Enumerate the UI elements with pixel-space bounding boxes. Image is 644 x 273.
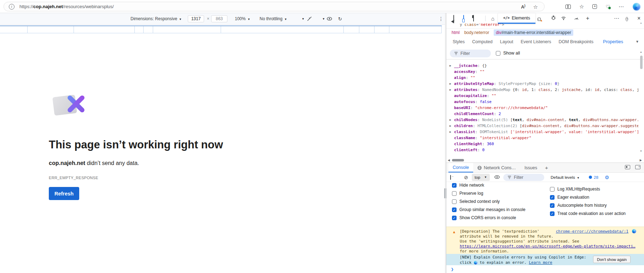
warning-doc-link[interactable]: https://learn.microsoft.com/en-us/micros… [460, 244, 636, 249]
scroll-left-icon[interactable]: ◀ [448, 159, 450, 162]
property-row[interactable]: ▶__jstcache: {} [446, 63, 638, 69]
property-row[interactable]: align: "" [446, 75, 638, 81]
console-setting-treat-code-evaluation-as-user-action[interactable]: ✓Treat code evaluation as user action [550, 211, 626, 216]
checkbox-checked-icon[interactable]: ✓ [550, 203, 555, 208]
checkbox-checked-icon[interactable]: ✓ [550, 211, 555, 216]
warning-source-link[interactable]: chrome-error://chromewebdata/:1 [556, 229, 628, 234]
console-prompt-icon[interactable]: ❯ [451, 267, 454, 272]
horizontal-scroll-thumb[interactable] [452, 159, 464, 161]
property-row[interactable]: childElementCount: 2 [446, 111, 638, 117]
properties-filter-input[interactable]: Filter [450, 50, 491, 57]
scroll-up-icon[interactable]: ▲ [640, 51, 642, 53]
console-sidebar-icon[interactable] [450, 175, 451, 180]
breadcrumb-body[interactable]: body.neterror [464, 30, 489, 35]
properties-vertical-scrollbar[interactable]: ▲ ▼ [639, 50, 643, 156]
expand-arrow-icon[interactable]: ▶ [449, 123, 451, 129]
width-input[interactable]: 1317 [188, 15, 204, 22]
dock-side-icon[interactable] [473, 15, 474, 22]
copilot-icon[interactable] [633, 3, 640, 11]
add-tab-icon[interactable]: + [586, 15, 589, 22]
chevron-down-icon[interactable]: ▼ [636, 40, 639, 44]
collections-icon[interactable]: + [592, 4, 597, 9]
tab-network-console[interactable]: Network Cons… [473, 163, 520, 172]
tab-console[interactable]: Console [448, 163, 473, 172]
tab-computed[interactable]: Computed [472, 39, 493, 44]
height-input[interactable]: 863 [211, 15, 227, 22]
device-toolbar-more-icon[interactable]: ⋮ [439, 16, 443, 22]
inspect-element-icon[interactable] [453, 15, 454, 22]
devtools-more-icon[interactable]: ⋯ [614, 15, 620, 22]
property-row[interactable]: clientHeight: 360 [446, 141, 638, 147]
expand-arrow-icon[interactable]: ▶ [449, 81, 451, 87]
tab-dom-breakpoints[interactable]: DOM Breakpoints [558, 39, 593, 44]
device-toolbar-toggle-icon[interactable] [463, 15, 464, 22]
tab-styles[interactable]: Styles [453, 39, 465, 44]
split-screen-icon[interactable] [565, 5, 571, 9]
media-dropdown-icon[interactable]: ▼ [322, 17, 325, 21]
debugger-icon[interactable] [551, 15, 556, 22]
console-setting-show-cors-errors-in-console[interactable]: ✓Show CORS errors in console [452, 215, 516, 220]
properties-horizontal-scrollbar[interactable]: ◀ ▶ [446, 158, 644, 163]
property-row[interactable]: clientLeft: 0 [446, 147, 638, 153]
property-row[interactable]: accessKey: "" [446, 69, 638, 75]
property-row[interactable]: baseURI: "chrome-error://chromewebdata/" [446, 105, 638, 111]
expand-arrow-icon[interactable]: ▶ [449, 117, 451, 123]
console-setting-log-xmlhttprequests[interactable]: Log XMLHttpRequests [550, 187, 600, 192]
settings-menu-icon[interactable]: ⋯ [619, 4, 624, 10]
checkbox-checked-icon[interactable]: ✓ [452, 216, 457, 220]
property-row[interactable]: ▶classList: DOMTokenList ['interstitial-… [446, 129, 638, 135]
network-tab-icon[interactable] [561, 15, 566, 22]
tab-event-listeners[interactable]: Event Listeners [521, 39, 551, 44]
dont-show-again-button[interactable]: Don't show again [593, 256, 631, 263]
favorite-star-icon[interactable]: ☆ [533, 4, 538, 10]
drawer-dock-icon[interactable] [625, 165, 630, 169]
property-row[interactable]: ▶attributes: NamedNodeMap {0: id, 1: cla… [446, 87, 638, 93]
log-levels-dropdown[interactable]: Default levels▼ [551, 175, 580, 180]
tab-issues[interactable]: Issues [520, 163, 541, 172]
home-tab-icon[interactable]: ⌂ [491, 16, 494, 22]
checkbox-unchecked-icon[interactable] [550, 187, 555, 192]
property-row[interactable]: ▶attributeStyleMap: StylePropertyMap {si… [446, 81, 638, 87]
console-setting-eager-evaluation[interactable]: ✓Eager evaluation [550, 195, 589, 200]
property-row[interactable]: ▶childNodes: NodeList(5) [text, div#main… [446, 117, 638, 123]
checkbox-unchecked-icon[interactable] [452, 199, 457, 204]
show-media-queries-icon[interactable] [327, 17, 332, 21]
site-info-icon[interactable]: i [9, 4, 14, 10]
property-row[interactable]: autofocus: false [446, 99, 638, 105]
browser-essentials-icon[interactable]: ♡ [605, 4, 610, 10]
address-bar[interactable]: i https://cop.najeh.net/resources/webina… [4, 2, 545, 11]
console-setting-preserve-log[interactable]: Preserve log [452, 191, 483, 196]
throttling-dropdown[interactable]: No throttling▼ [260, 16, 287, 21]
property-row[interactable]: autocapitalize: "" [446, 93, 638, 99]
pipette-icon[interactable] [307, 16, 312, 21]
tab-elements[interactable]: </> Elements [498, 13, 535, 24]
add-drawer-tab-icon[interactable]: + [541, 165, 552, 171]
breadcrumb-html[interactable]: html [452, 30, 460, 35]
rotate-device-icon[interactable]: ↻ [338, 16, 342, 22]
devtools-close-icon[interactable]: × [637, 15, 640, 22]
scroll-right-icon[interactable]: ▶ [640, 159, 642, 162]
vertical-scroll-thumb[interactable] [640, 56, 643, 69]
drawer-expand-icon[interactable] [635, 165, 640, 169]
expand-arrow-icon[interactable]: ▶ [449, 63, 451, 69]
show-all-checkbox[interactable]: Show all [496, 51, 520, 56]
console-setting-group-similar-messages-in-console[interactable]: ✓Group similar messages in console [452, 207, 526, 212]
explain-with-copilot-icon[interactable] [632, 229, 636, 234]
checkbox-checked-icon[interactable]: ✓ [452, 183, 457, 188]
console-filter-input[interactable]: Filter [503, 174, 544, 181]
expand-arrow-icon[interactable]: ▶ [449, 87, 451, 93]
property-row[interactable]: ▶children: HTMLCollection(2) [div#main-c… [446, 123, 638, 129]
zoom-dropdown[interactable]: 100%▼ [235, 16, 250, 21]
tab-properties[interactable]: Properties [601, 38, 625, 46]
expand-arrow-icon[interactable]: ▶ [449, 129, 451, 135]
refresh-button[interactable]: Refresh [49, 187, 79, 200]
clear-console-icon[interactable]: ⊘ [464, 175, 468, 180]
devtools-help-icon[interactable]: ? [626, 15, 628, 22]
console-setting-autocomplete-from-history[interactable]: ✓Autocomplete from history [550, 203, 607, 208]
console-setting-hide-network[interactable]: ✓Hide network [452, 183, 484, 188]
breadcrumb-active-node[interactable]: div#main-frame-error.interstitial-wrappe… [494, 29, 573, 36]
checkbox-checked-icon[interactable]: ✓ [550, 195, 555, 200]
read-aloud-icon[interactable]: A) [521, 4, 525, 10]
property-row[interactable]: className: "interstitial-wrapper" [446, 135, 638, 141]
tab-layout[interactable]: Layout [500, 39, 514, 44]
